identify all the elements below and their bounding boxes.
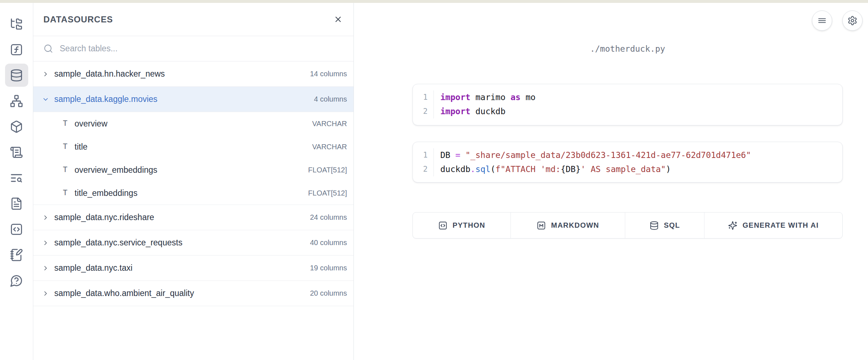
chevron-right-icon [42, 70, 49, 78]
code-editor[interactable]: 1DB = "_share/sample_data/23b0d623-1361-… [413, 148, 842, 176]
table-column-count: 20 columns [310, 289, 347, 297]
add-cell-markdown-button[interactable]: MARKDOWN [511, 213, 625, 238]
rail-item-dependency-graph[interactable] [5, 89, 28, 112]
search-icon [43, 44, 53, 53]
code-line: DB = "_share/sample_data/23b0d623-1361-4… [434, 148, 842, 162]
column-type: FLOAT[512] [308, 189, 347, 197]
table-name: sample_data.who.ambient_air_quality [54, 288, 194, 298]
code-square-icon [438, 221, 448, 230]
table-row[interactable]: sample_data.hn.hacker_news14 columns [33, 61, 353, 87]
menu-button[interactable] [812, 10, 832, 31]
sparkles-icon [728, 221, 737, 230]
search-input[interactable] [60, 44, 353, 53]
table-column-count: 24 columns [310, 213, 347, 222]
code-editor[interactable]: 1import marimo as mo2import duckdb [413, 90, 842, 119]
table-column-count: 14 columns [310, 70, 347, 78]
add-cell-button-label: PYTHON [453, 221, 486, 230]
column-row[interactable]: ToverviewVARCHAR [33, 112, 353, 135]
chevron-right-icon [42, 214, 49, 221]
table-name: sample_data.nyc.taxi [54, 263, 132, 273]
add-cell-button-label: SQL [664, 221, 680, 230]
text-type-icon: T [62, 119, 69, 128]
log-search-icon [10, 171, 23, 185]
menu-icon [817, 16, 827, 26]
column-row[interactable]: Ttitle_embeddingsFLOAT[512] [33, 181, 353, 205]
dependency-graph-icon [10, 94, 23, 108]
add-cell-sql-button[interactable]: SQL [625, 213, 704, 238]
close-panel-button[interactable] [334, 15, 343, 24]
table-row[interactable]: sample_data.nyc.service_requests40 colum… [33, 230, 353, 256]
gear-icon [847, 16, 858, 26]
rail-item-code-snippet[interactable] [5, 218, 28, 241]
notebook-filename[interactable]: ./motherduck.py [412, 44, 843, 53]
code-line: import duckdb [434, 104, 842, 119]
column-type: VARCHAR [312, 143, 347, 151]
left-icon-rail [0, 3, 33, 360]
cell-card: 1DB = "_share/sample_data/23b0d623-1361-… [412, 142, 843, 183]
chevron-down-icon [42, 96, 49, 103]
cell-card: 1import marimo as mo2import duckdb [412, 84, 843, 125]
text-type-icon: T [62, 142, 69, 151]
chevron-right-icon [42, 290, 49, 297]
text-type-icon: T [62, 166, 69, 175]
rail-item-document[interactable] [5, 192, 28, 215]
rail-item-file-tree[interactable] [5, 12, 28, 35]
table-column-count: 19 columns [310, 264, 347, 272]
column-type: VARCHAR [312, 120, 347, 128]
top-accent-strip [0, 0, 868, 3]
table-row[interactable]: sample_data.nyc.rideshare24 columns [33, 205, 353, 230]
datasources-panel: DATASOURCES sample_data.hn.hacker_news14… [33, 3, 354, 360]
function-square-icon [10, 43, 23, 56]
package-icon [10, 120, 23, 133]
rail-item-help[interactable] [5, 269, 28, 292]
search-row [33, 36, 353, 61]
line-number: 2 [413, 162, 434, 176]
table-name: sample_data.nyc.service_requests [54, 238, 182, 248]
close-icon [334, 15, 343, 24]
scratchpad-icon [10, 248, 23, 262]
column-row[interactable]: Toverview_embeddingsFLOAT[512] [33, 158, 353, 181]
table-row[interactable]: sample_data.who.ambient_air_quality20 co… [33, 281, 353, 306]
table-row[interactable]: sample_data.nyc.taxi19 columns [33, 256, 353, 281]
document-icon [10, 197, 23, 210]
table-row[interactable]: sample_data.kaggle.movies4 columns [33, 87, 353, 112]
table-column-count: 40 columns [310, 239, 347, 247]
scroll-icon [10, 146, 23, 159]
rail-item-function-square[interactable] [5, 38, 28, 61]
add-cell-button-bar: PYTHONMARKDOWNSQLGENERATE WITH AI [412, 212, 843, 239]
file-tree-icon [10, 17, 23, 31]
column-row[interactable]: TtitleVARCHAR [33, 135, 353, 158]
markdown-square-icon [537, 221, 546, 230]
chevron-right-icon [42, 265, 49, 272]
column-name: title_embeddings [75, 188, 137, 198]
database-icon [649, 221, 659, 230]
add-cell-button-label: GENERATE WITH AI [742, 221, 818, 230]
table-name: sample_data.kaggle.movies [54, 94, 157, 104]
settings-button[interactable] [842, 10, 863, 31]
line-number: 2 [413, 104, 434, 119]
rail-item-package[interactable] [5, 115, 28, 138]
add-cell-python-button[interactable]: PYTHON [413, 213, 511, 238]
table-name: sample_data.hn.hacker_news [54, 69, 165, 79]
code-line: duckdb.sql(f"ATTACH 'md:{DB}' AS sample_… [434, 162, 842, 176]
line-number: 1 [413, 148, 434, 162]
text-type-icon: T [62, 189, 69, 198]
add-cell-button-label: MARKDOWN [551, 221, 599, 230]
database-icon [10, 69, 23, 82]
panel-title: DATASOURCES [43, 14, 113, 25]
column-name: overview_embeddings [75, 165, 157, 175]
rail-item-database[interactable] [5, 64, 28, 87]
panel-header: DATASOURCES [33, 3, 353, 36]
help-icon [10, 274, 23, 287]
rail-item-log-search[interactable] [5, 166, 28, 189]
column-name: overview [75, 119, 107, 129]
rail-item-scroll[interactable] [5, 141, 28, 164]
table-list: sample_data.hn.hacker_news14 columnssamp… [33, 61, 353, 306]
column-name: title [75, 142, 88, 152]
rail-item-scratchpad[interactable] [5, 243, 28, 266]
chevron-right-icon [42, 239, 49, 247]
code-snippet-icon [10, 223, 23, 236]
add-cell-generate-with-ai-button[interactable]: GENERATE WITH AI [704, 213, 842, 238]
table-name: sample_data.nyc.rideshare [54, 213, 154, 222]
column-group: ToverviewVARCHARTtitleVARCHARToverview_e… [33, 112, 353, 205]
